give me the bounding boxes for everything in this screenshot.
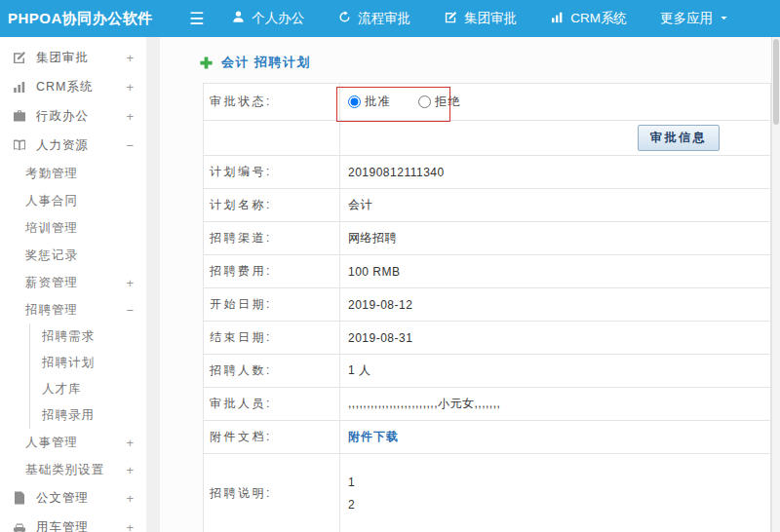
sidebar-item-group-approval[interactable]: 集团审批 + <box>0 43 146 72</box>
field-value: 会计 <box>340 189 770 221</box>
collapse-icon[interactable]: − <box>126 138 146 153</box>
approve-radio[interactable] <box>348 95 361 108</box>
sidebar-item-hr-contract[interactable]: 人事合同 <box>0 187 146 214</box>
approve-option[interactable]: 批准 <box>348 94 391 110</box>
sidebar-item-human-resources[interactable]: 人力资源 − <box>0 131 146 160</box>
main-content: 会计 招聘计划 审批状态: 批准 拒绝 <box>160 37 771 532</box>
document-icon <box>12 490 27 506</box>
sidebar-item-training[interactable]: 培训管理 <box>0 214 146 242</box>
sidebar-item-vehicle[interactable]: 用车管理 + <box>0 513 146 532</box>
empty-label-cell <box>204 121 340 155</box>
sidebar-item-recruit-hire[interactable]: 招聘录用 <box>29 402 146 429</box>
field-label: 附件文档: <box>204 421 340 453</box>
expand-icon[interactable]: + <box>126 276 146 290</box>
expand-icon[interactable]: + <box>126 520 146 532</box>
nav-label: 更多应用 <box>660 10 713 27</box>
cycle-icon <box>337 10 352 27</box>
field-row-approvers: 审批人员: ,,,,,,,,,,,,,,,,,,,,,,,,小元女,,,,,,, <box>204 388 770 421</box>
nav-crm-system[interactable]: CRM系统 <box>550 10 627 27</box>
expand-icon[interactable]: + <box>126 80 146 95</box>
field-value: 1 人 <box>340 355 770 387</box>
reject-radio[interactable] <box>418 95 431 108</box>
expand-icon[interactable]: + <box>126 436 146 450</box>
expand-icon[interactable]: + <box>126 463 146 477</box>
attachment-download-link[interactable]: 附件下载 <box>348 429 399 445</box>
nav-more-apps[interactable]: 更多应用 <box>660 10 729 27</box>
field-label: 结束日期: <box>204 322 340 354</box>
nav-label: CRM系统 <box>570 10 627 27</box>
nav-personal-office[interactable]: 个人办公 <box>231 10 304 27</box>
edit-square-icon <box>444 10 458 27</box>
field-value: 20190812111340 <box>340 156 770 188</box>
topbar: PHPOA协同办公软件 ☰ 个人办公 流程审批 集团审批 CRM系统 更多应用 <box>0 0 780 37</box>
field-label: 招聘渠道: <box>204 222 340 254</box>
expand-icon[interactable]: + <box>126 109 146 124</box>
book-icon <box>12 137 27 153</box>
sidebar-item-attendance[interactable]: 考勤管理 <box>0 160 146 187</box>
person-icon <box>231 10 246 27</box>
field-row-start-date: 开始日期: 2019-08-12 <box>204 288 770 322</box>
field-value: 网络招聘 <box>340 222 770 254</box>
scrollbar-thumb[interactable] <box>773 39 779 125</box>
menu-toggle-icon[interactable]: ☰ <box>189 11 204 27</box>
approval-info-row: 审批信息 <box>204 121 770 156</box>
approval-status-row: 审批状态: 批准 拒绝 <box>204 84 770 121</box>
top-navigation: 个人办公 流程审批 集团审批 CRM系统 更多应用 <box>231 10 729 27</box>
field-value: 2019-08-31 <box>340 322 770 354</box>
reject-option[interactable]: 拒绝 <box>418 94 461 110</box>
sidebar-item-salary[interactable]: 薪资管理 + <box>0 269 146 296</box>
reject-label: 拒绝 <box>435 94 461 110</box>
nav-process-approval[interactable]: 流程审批 <box>337 10 410 27</box>
sidebar-item-personnel-mgmt[interactable]: 人事管理 + <box>0 429 146 456</box>
field-row-recruit-channel: 招聘渠道: 网络招聘 <box>204 222 770 255</box>
briefcase-icon <box>12 108 27 124</box>
approve-label: 批准 <box>365 94 391 110</box>
nav-label: 个人办公 <box>252 10 304 27</box>
field-value: 2019-08-12 <box>340 288 770 321</box>
field-label: 审批人员: <box>204 388 340 420</box>
sidebar-item-base-category[interactable]: 基础类别设置 + <box>0 456 146 483</box>
sidebar-item-admin-office[interactable]: 行政办公 + <box>0 101 146 131</box>
field-row-attachment: 附件文档: 附件下载 <box>204 421 770 454</box>
caret-down-icon <box>719 12 729 26</box>
field-value: 100 RMB <box>340 255 770 287</box>
nav-label: 集团审批 <box>464 10 517 27</box>
field-row-end-date: 结束日期: 2019-08-31 <box>204 322 770 355</box>
field-label: 招聘费用: <box>204 255 340 287</box>
field-label: 开始日期: <box>204 288 340 321</box>
button-cell: 审批信息 <box>340 121 770 155</box>
car-icon <box>12 519 27 532</box>
field-label: 招聘说明: <box>204 454 340 532</box>
expand-icon[interactable]: + <box>126 491 146 506</box>
field-row-plan-name: 计划名称: 会计 <box>204 189 770 222</box>
bar-chart-icon <box>12 79 27 95</box>
field-label: 计划编号: <box>204 156 340 188</box>
green-plus-icon <box>199 56 214 70</box>
sidebar-content-divider <box>146 37 160 532</box>
field-label: 审批状态: <box>204 84 340 120</box>
page-title: 会计 招聘计划 <box>221 54 311 71</box>
field-row-plan-number: 计划编号: 20190812111340 <box>204 156 770 189</box>
sidebar-item-documents[interactable]: 公文管理 + <box>0 483 146 513</box>
field-label: 招聘人数: <box>204 355 340 387</box>
vertical-scrollbar[interactable] <box>771 37 780 532</box>
recruit-plan-detail-table: 审批状态: 批准 拒绝 审批信息 <box>203 83 771 532</box>
approval-info-button[interactable]: 审批信息 <box>638 125 720 151</box>
bar-chart-icon <box>550 10 565 27</box>
app-logo: PHPOA协同办公软件 <box>0 10 181 28</box>
field-row-recruit-description: 招聘说明: 1 2 <box>204 454 770 532</box>
sidebar-item-talent-pool[interactable]: 人才库 <box>29 376 146 402</box>
field-row-headcount: 招聘人数: 1 人 <box>204 355 770 388</box>
collapse-icon[interactable]: − <box>126 303 146 318</box>
field-value: 1 2 <box>340 454 770 532</box>
sidebar-item-crm[interactable]: CRM系统 + <box>0 72 146 101</box>
expand-icon[interactable]: + <box>126 51 146 65</box>
edit-square-icon <box>12 50 27 65</box>
nav-group-approval[interactable]: 集团审批 <box>444 10 517 27</box>
sidebar-item-rewards[interactable]: 奖惩记录 <box>0 242 146 269</box>
sidebar: 集团审批 + CRM系统 + 行政办公 + 人力资源 − 考勤管理 人事合同 培… <box>0 37 146 532</box>
sidebar-item-recruit-plan[interactable]: 招聘计划 <box>29 350 146 376</box>
nav-label: 流程审批 <box>358 10 410 27</box>
sidebar-item-recruitment[interactable]: 招聘管理 − <box>0 296 146 323</box>
sidebar-item-recruit-demand[interactable]: 招聘需求 <box>29 323 146 350</box>
